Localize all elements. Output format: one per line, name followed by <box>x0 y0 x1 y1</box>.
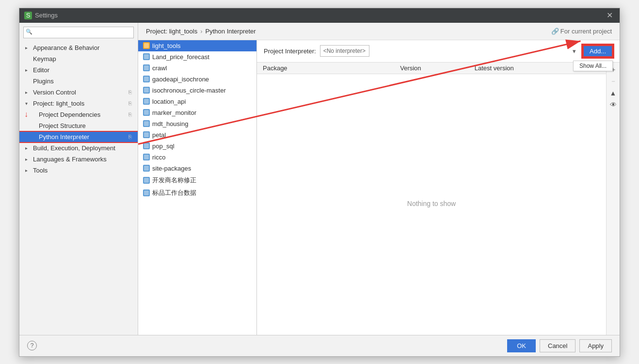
breadcrumb-page: Python Interpreter <box>206 28 256 35</box>
project-item[interactable]: Land_price_forecast <box>138 51 256 63</box>
sidebar-item-label: Build, Execution, Deployment <box>33 144 115 152</box>
project-icon <box>143 42 150 49</box>
show-all-button[interactable]: Show All... <box>573 61 613 71</box>
sidebar-item-appearance[interactable]: ▸ Appearance & Behavior <box>19 42 138 53</box>
project-item[interactable]: mdt_housing <box>138 118 256 129</box>
project-icon <box>143 76 150 82</box>
for-current-project[interactable]: 🔗 For current project <box>551 28 612 35</box>
project-item[interactable]: gaodeapi_isochrone <box>138 74 256 85</box>
interpreter-header: Project Interpreter: <No interpreter> Ad… <box>257 40 620 63</box>
arrow-icon: ▸ <box>25 157 31 162</box>
arrow-icon: ▸ <box>25 67 31 73</box>
project-name: crawl <box>152 64 167 72</box>
project-name: isochronous_circle-master <box>152 87 226 94</box>
project-item[interactable]: marker_monitor <box>138 107 256 118</box>
project-item[interactable]: 开发商名称修正 <box>138 174 256 187</box>
copy-icon: ⎘ <box>128 100 132 106</box>
sidebar-item-build[interactable]: ▸ Build, Execution, Deployment <box>19 142 138 154</box>
arrow-icon: ▸ <box>25 45 31 50</box>
project-name: ricco <box>152 154 165 161</box>
breadcrumb-project: Project: light_tools <box>146 28 197 35</box>
side-buttons: ＋ － ▲ 👁 <box>606 63 620 335</box>
project-name: marker_monitor <box>152 109 196 116</box>
python-interpreter-wrapper: Python Interpreter ⎘ <box>19 131 138 142</box>
project-item[interactable]: crawl <box>138 63 256 74</box>
project-icon <box>143 154 150 160</box>
interpreter-select[interactable]: <No interpreter> <box>320 45 369 57</box>
project-name: Land_price_forecast <box>152 53 209 61</box>
project-item[interactable]: petal <box>138 129 256 141</box>
project-icon <box>143 109 150 116</box>
sidebar-item-project-structure[interactable]: Project Structure <box>19 120 138 131</box>
sidebar-item-python-interpreter[interactable]: Python Interpreter ⎘ <box>19 131 138 142</box>
project-icon <box>143 190 150 196</box>
project-item[interactable]: location_api <box>138 96 256 107</box>
scroll-up-button[interactable]: ▲ <box>608 88 619 98</box>
project-name: location_api <box>152 98 186 105</box>
search-box <box>23 27 134 38</box>
sidebar-item-label: Appearance & Behavior <box>33 44 99 51</box>
sidebar: ▸ Appearance & Behavior Keymap ▸ Editor … <box>19 23 138 335</box>
sidebar-item-label: Python Interpreter <box>39 133 89 141</box>
project-name: gaodeapi_isochrone <box>152 76 209 83</box>
project-list: light_tools Land_price_forecast crawl ga… <box>138 40 257 335</box>
project-icon <box>143 98 150 105</box>
sidebar-item-project-deps[interactable]: Project Dependencies ⎘ ↓ <box>19 109 138 120</box>
project-icon <box>143 53 150 60</box>
sidebar-item-keymap[interactable]: Keymap <box>19 53 138 64</box>
annotation-arrow: ↓ <box>24 110 28 119</box>
title-bar: S Settings ✕ <box>19 8 620 23</box>
sidebar-item-tools[interactable]: ▸ Tools <box>19 165 138 176</box>
remove-package-button[interactable]: － <box>608 76 619 87</box>
link-icon: 🔗 <box>551 28 559 35</box>
sidebar-item-label: Version Control <box>33 89 76 96</box>
project-name: 标品工作台数据 <box>152 189 196 197</box>
sidebar-item-version-control[interactable]: ▸ Version Control ⎘ <box>19 87 138 98</box>
arrow-icon: ▸ <box>25 145 31 151</box>
sidebar-item-plugins[interactable]: Plugins <box>19 76 138 87</box>
sidebar-item-label: Editor <box>33 66 49 74</box>
sidebar-item-editor[interactable]: ▸ Editor <box>19 64 138 76</box>
packages-table: Package Version Latest version Nothing t… <box>257 63 606 335</box>
cancel-button[interactable]: Cancel <box>540 339 575 352</box>
sidebar-item-label: Project Structure <box>39 122 86 129</box>
project-icon <box>143 64 150 71</box>
nothing-to-show: Nothing to show <box>407 200 456 207</box>
breadcrumb-arrow: › <box>200 28 202 35</box>
project-item[interactable]: 标品工作台数据 <box>138 187 256 199</box>
add-button[interactable]: Add... <box>583 45 613 57</box>
project-name: light_tools <box>152 42 181 49</box>
project-name: petal <box>152 131 166 139</box>
project-icon <box>143 142 150 149</box>
ok-button[interactable]: OK <box>507 339 536 352</box>
copy-icon: ⎘ <box>128 89 132 95</box>
project-icon <box>143 177 150 184</box>
project-icon <box>143 87 150 94</box>
project-item[interactable]: site-packages <box>138 163 256 174</box>
settings-dialog: S Settings ✕ ▸ Appearance & Behavior Key… <box>19 8 620 357</box>
project-name: site-packages <box>152 165 191 172</box>
eye-button[interactable]: 👁 <box>608 99 619 110</box>
project-section: ▾ Project: light_tools ⎘ Project Depende… <box>19 98 138 142</box>
sidebar-item-label: Languages & Frameworks <box>33 156 107 163</box>
project-name: mdt_housing <box>152 120 188 127</box>
close-button[interactable]: ✕ <box>605 11 615 20</box>
project-item[interactable]: light_tools <box>138 40 256 51</box>
breadcrumb-bar: Project: light_tools › Python Interprete… <box>138 23 620 40</box>
project-item[interactable]: isochronous_circle-master <box>138 85 256 96</box>
main-split: light_tools Land_price_forecast crawl ga… <box>138 40 620 335</box>
copy-icon: ⎘ <box>128 134 132 140</box>
col-package-header: Package <box>257 64 394 72</box>
table-header: Package Version Latest version <box>257 63 606 74</box>
interpreter-label: Project Interpreter: <box>264 47 316 55</box>
sidebar-item-project[interactable]: ▾ Project: light_tools ⎘ <box>19 98 138 109</box>
copy-icon: ⎘ <box>128 111 132 117</box>
sidebar-item-label: Keymap <box>33 55 56 63</box>
help-button[interactable]: ? <box>27 341 37 350</box>
apply-button[interactable]: Apply <box>579 339 612 352</box>
search-input[interactable] <box>23 27 134 38</box>
sidebar-item-languages[interactable]: ▸ Languages & Frameworks <box>19 154 138 165</box>
project-item[interactable]: pop_sql <box>138 141 256 152</box>
arrow-icon: ▸ <box>25 168 31 173</box>
project-item[interactable]: ricco <box>138 152 256 163</box>
